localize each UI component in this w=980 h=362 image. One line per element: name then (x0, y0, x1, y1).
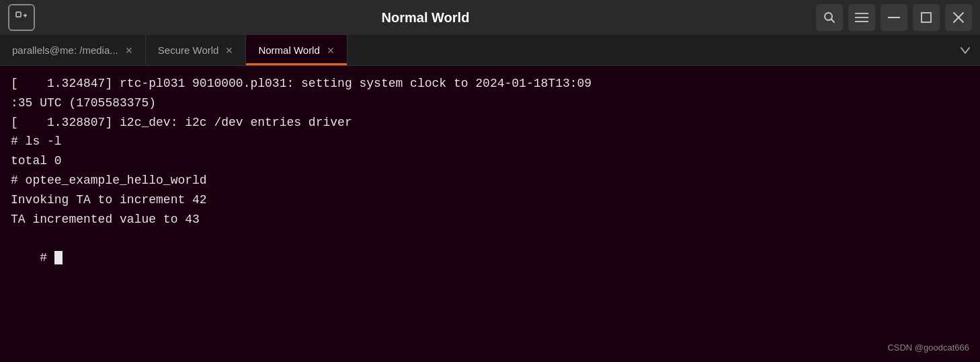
tab-secure-world[interactable]: Secure World ✕ (146, 35, 247, 65)
terminal-line-4: # ls -l (11, 132, 969, 151)
tab-parallels[interactable]: parallels@me: /media... ✕ (0, 35, 146, 65)
terminal-line-9: # (11, 229, 969, 287)
window-title: Normal World (382, 10, 470, 25)
terminal-line-7: Invoking TA to increment 42 (11, 190, 969, 210)
title-bar: Normal World (0, 0, 980, 35)
tab-close-parallels[interactable]: ✕ (125, 46, 133, 55)
tab-label: parallels@me: /media... (12, 44, 118, 56)
terminal-line-6: # optee_example_hello_world (11, 171, 969, 190)
svg-line-4 (831, 20, 835, 23)
maximize-button[interactable] (913, 4, 940, 31)
terminal-line-5: total 0 (11, 151, 969, 171)
title-bar-left (8, 4, 35, 31)
terminal-cursor (54, 251, 63, 264)
tab-normal-world[interactable]: Normal World ✕ (246, 35, 347, 65)
tab-close-normal[interactable]: ✕ (327, 46, 335, 55)
terminal-line-3: [ 1.328807] i2c_dev: i2c /dev entries dr… (11, 113, 969, 133)
terminal-line-1: [ 1.324847] rtc-pl031 9010000.pl031: set… (11, 74, 969, 94)
menu-button[interactable] (848, 4, 875, 31)
title-bar-center: Normal World (35, 10, 816, 26)
tab-label: Secure World (158, 44, 219, 56)
svg-rect-9 (922, 13, 931, 22)
terminal-line-2: :35 UTC (1705583375) (11, 94, 969, 113)
title-bar-controls (816, 4, 972, 31)
new-tab-button[interactable] (8, 4, 35, 31)
close-button[interactable] (945, 4, 972, 31)
tab-bar: parallels@me: /media... ✕ Secure World ✕… (0, 35, 980, 66)
terminal-line-8: TA incremented value to 43 (11, 210, 969, 229)
terminal-content: [ 1.324847] rtc-pl031 9010000.pl031: set… (0, 66, 980, 362)
tab-dropdown-button[interactable] (950, 35, 980, 65)
minimize-button[interactable] (881, 4, 907, 31)
tab-label: Normal World (258, 44, 319, 56)
watermark: CSDN @goodcat666 (887, 341, 969, 355)
tab-close-secure[interactable]: ✕ (225, 46, 233, 55)
svg-rect-0 (16, 12, 21, 17)
search-button[interactable] (816, 4, 843, 31)
